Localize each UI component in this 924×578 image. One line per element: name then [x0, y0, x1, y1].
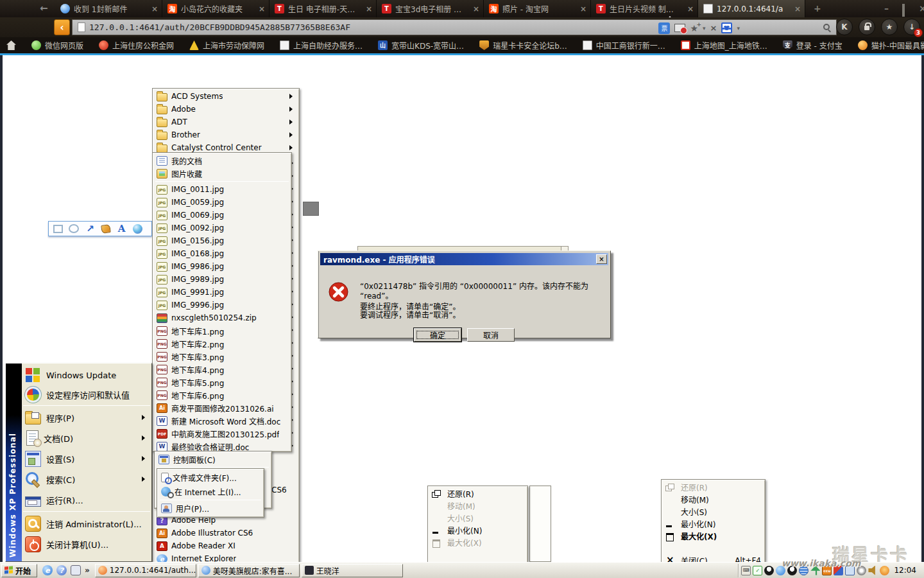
programs-menu-item[interactable]: Adobe Reader XI [154, 539, 298, 552]
system-menu-item[interactable]: 大小(S) [663, 505, 764, 518]
bookmark-item[interactable]: 上海地图_上海地铁… [681, 40, 767, 51]
browser-tab[interactable]: T 宝宝3d电子相册 … × [377, 0, 484, 17]
tab-close-icon[interactable]: × [580, 4, 586, 13]
recent-file-item[interactable]: IMG_9989.jpg [154, 273, 290, 286]
programs-menu-item[interactable]: Brother [154, 128, 298, 141]
bookmark-item[interactable]: 瑞星卡卡安全论坛b… [479, 40, 567, 51]
url-text[interactable]: 127.0.0.1:4641/auth/20BCFB9DDBD945A2885B… [89, 22, 350, 32]
programs-menu-item[interactable]: Adobe [154, 103, 298, 116]
chevron-down-icon[interactable]: ▾ [737, 25, 740, 31]
system-menu-item[interactable]: 最大化(X) [663, 530, 764, 542]
recent-file-item[interactable]: nxscgleth5010254.zip [154, 311, 290, 324]
start-menu-item[interactable]: 设置(S) [22, 448, 151, 469]
recent-file-item[interactable]: IMG_0168.jpg [154, 247, 290, 260]
browser-tab[interactable]: 淘 小岛花六的收藏夹 × [162, 0, 270, 17]
bookmark-item[interactable]: 支 登录 - 支付宝 [783, 40, 843, 51]
recent-file-item[interactable]: 商发平面图修改20131026.ai [154, 401, 290, 414]
bookmark-item[interactable]: 上海市劳动保障网 [189, 40, 264, 51]
tray-icon[interactable] [868, 566, 878, 575]
quick-launch-icon[interactable] [71, 565, 81, 575]
tab-close-icon[interactable]: × [151, 4, 158, 13]
url-field[interactable]: 127.0.0.1:4641/auth/20BCFB9DDBD945A2885B… [72, 19, 837, 35]
start-menu-item[interactable]: 程序(P) [22, 407, 151, 428]
annotation-tool-icon[interactable] [69, 224, 79, 233]
favorites-star-button[interactable]: ★ [881, 19, 898, 35]
programs-menu-item[interactable]: ACD Systems [154, 90, 298, 103]
programs-menu-item[interactable]: Adobe Illustrator CS6 [154, 527, 298, 539]
recent-file-item[interactable]: 地下车库1.png [154, 324, 290, 337]
annotation-tool-icon[interactable] [53, 225, 63, 233]
system-menu-item[interactable]: 最大化(X) [429, 536, 526, 548]
tray-icon[interactable] [880, 566, 889, 575]
drag-handle[interactable] [303, 202, 319, 216]
start-menu-item[interactable]: 设定程序访问和默认值 [22, 385, 151, 404]
recent-file-item[interactable]: IMG_9991.jpg [154, 286, 290, 299]
recent-file-item[interactable]: 地下车库4.png [154, 363, 290, 376]
task-button[interactable]: 王晓洋 [302, 564, 403, 577]
start-menu-item[interactable]: Windows Update [22, 365, 151, 385]
tray-icon[interactable]: ✓ [753, 566, 762, 575]
task-button[interactable]: 美呀美旗舰店:家有喜... [198, 564, 300, 577]
annotation-tool-icon[interactable] [133, 224, 142, 234]
system-menu-item[interactable]: 移动(M) [429, 500, 526, 512]
browser-tab[interactable]: 淘 照片 - 淘宝网 × [484, 0, 591, 17]
start-menu-item[interactable]: 运行(R)... [22, 489, 151, 510]
browser-tab[interactable]: 收到 1封新邮件 × [55, 0, 162, 17]
bookmark-item[interactable]: 山 宽带山KDS-宽带山… [378, 40, 464, 51]
start-menu-item[interactable]: 注销 Administrator(L)... [22, 513, 151, 534]
close-window-button[interactable]: × [919, 3, 924, 13]
recent-file-item[interactable]: 地下车库2.png [154, 337, 290, 350]
system-menu-item[interactable]: 最小化(N) [663, 518, 764, 530]
recent-file-item[interactable]: 中航商发施工图20130125.pdf [154, 427, 290, 440]
search-icon[interactable] [823, 24, 830, 30]
recent-file-item[interactable]: IMG_0092.jpg [154, 222, 290, 234]
download-button[interactable]: ↓ 3 [903, 19, 920, 35]
recent-file-item[interactable]: IMG_0011.jpg [154, 183, 290, 196]
baidu-paw-icon[interactable] [721, 22, 732, 33]
browser-tab[interactable]: T 生日片头视频 制… × [591, 0, 698, 17]
quick-launch-icon[interactable]: e [42, 565, 53, 575]
system-menu-item[interactable]: 还原(R) [663, 481, 764, 493]
close-icon[interactable]: × [596, 254, 607, 264]
recent-file-item[interactable]: 地下车库3.png [154, 350, 290, 363]
tab-close-icon[interactable]: × [259, 4, 265, 13]
bookmark-item[interactable]: 上海自助经办服务… [280, 40, 363, 51]
quick-launch-overflow-icon[interactable]: » [85, 566, 90, 575]
back-button[interactable]: ‹ [54, 19, 70, 35]
recent-file-item[interactable]: IMG_9996.jpg [154, 299, 290, 311]
bookmark-item[interactable]: 微信网页版 [31, 40, 83, 51]
tray-icon[interactable] [764, 566, 774, 575]
documents-menu-item[interactable]: 图片收藏 [154, 167, 290, 180]
programs-menu-item[interactable]: ADT [154, 116, 298, 128]
new-tab-button[interactable]: + [814, 3, 821, 13]
cancel-button[interactable]: 取消 [467, 328, 515, 342]
start-button[interactable]: 开始 [1, 564, 37, 577]
browser-tab[interactable]: 127.0.0.1:4641/a × [698, 0, 805, 17]
documents-menu-item[interactable]: 我的文档 [154, 154, 290, 167]
clear-url-icon[interactable]: × [710, 23, 717, 33]
search-menu-item[interactable]: 用户(P)... [158, 502, 262, 515]
recent-file-item[interactable]: 地下车库5.png [154, 376, 290, 389]
bookmark-item[interactable]: 上海住房公积金网 [99, 40, 174, 51]
search-menu-item[interactable]: 文件或文件夹(F)... [158, 470, 262, 484]
bookmark-star-icon[interactable]: ★ [690, 23, 698, 33]
tab-close-icon[interactable]: × [794, 4, 801, 13]
lock-button[interactable] [859, 19, 875, 35]
recent-file-item[interactable]: 新建 Microsoft Word 文档.doc [154, 414, 290, 427]
system-menu-item[interactable]: 移动(M) [663, 493, 764, 505]
recent-file-item[interactable]: IMG_0156.jpg [154, 234, 290, 247]
task-button[interactable]: 127.0.0.1:4641/auth... [95, 564, 196, 577]
recent-file-item[interactable]: IMG_0059.jpg [154, 196, 290, 209]
settings-menu-item[interactable]: 控制面板(C) [156, 453, 270, 466]
start-menu-item[interactable]: 文档(D) [22, 428, 151, 448]
annotation-tool-icon[interactable]: ↗ [85, 223, 96, 234]
bookmark-item[interactable]: 猫扑-中国最具影响… [858, 40, 924, 51]
system-menu-item[interactable]: 还原(R) [429, 487, 526, 500]
annotation-tool-icon[interactable] [101, 224, 111, 234]
adblock-icon[interactable] [674, 24, 685, 32]
tab-close-icon[interactable]: × [473, 4, 479, 13]
home-icon[interactable] [6, 40, 16, 50]
system-menu-item[interactable]: 大小(S) [429, 512, 526, 524]
history-back-icon[interactable]: ← [40, 3, 48, 14]
recent-file-item[interactable]: IMG_9986.jpg [154, 260, 290, 273]
